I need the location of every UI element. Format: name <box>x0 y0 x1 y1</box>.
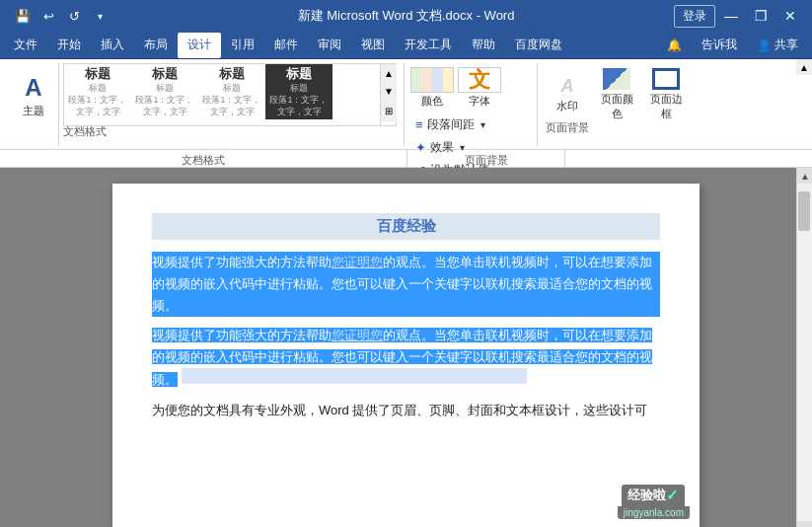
doc-paragraph-2[interactable]: 视频提供了功能强大的方法帮助您证明您的观点。当您单击联机视频时，可以在想要添加的… <box>152 325 660 391</box>
para-spacing-dropdown: ▾ <box>480 119 485 130</box>
style-thumb-3[interactable]: 标题 标题段落1：文字，文字，文字 <box>198 64 265 119</box>
menu-file[interactable]: 文件 <box>4 33 47 58</box>
style-thumb-1-title: 标题 <box>85 65 111 83</box>
colors-section: 颜色 <box>410 67 454 109</box>
window-title: 新建 Microsoft Word 文档.docx - Word <box>298 7 515 25</box>
gallery-scroll-expand[interactable]: ⊞ <box>381 100 397 121</box>
font-icon: 文 <box>469 65 490 95</box>
watermark-badge: 经验啦 ✓ jingyanla.com <box>618 485 690 519</box>
menu-right-section: 🔔 告诉我 👤 共享 <box>657 33 808 58</box>
style-thumb-4-sub: 标题段落1：文字，文字，文字 <box>268 83 330 117</box>
menu-developer[interactable]: 开发工具 <box>395 33 462 58</box>
style-thumb-2-sub: 标题段落1：文字，文字，文字 <box>134 83 195 117</box>
quick-access-toolbar: 💾 ↩ ↺ ▾ <box>12 5 111 27</box>
theme-icon: A <box>25 74 41 102</box>
share-icon: 👤 <box>757 38 772 52</box>
login-button[interactable]: 登录 <box>674 5 715 28</box>
menu-baidu[interactable]: 百度网盘 <box>505 33 572 58</box>
theme-label: 主题 <box>23 104 44 118</box>
gallery-scroll-up[interactable]: ▲ <box>381 64 397 82</box>
font-label: 字体 <box>469 94 490 109</box>
effects-btn[interactable]: ✦ 效果 ▾ <box>410 136 494 158</box>
doc-format-label: 文档格式 <box>63 122 107 141</box>
watermark-label: 水印 <box>556 99 578 113</box>
style-thumb-1-sub: 标题段落1：文字，文字，文字 <box>67 83 128 117</box>
menu-references[interactable]: 引用 <box>221 33 264 58</box>
page-bg-label: 页面背景 <box>546 118 589 137</box>
doc-link-1: 您证明您 <box>332 255 383 269</box>
document-area: ▲ ▼ 百度经验 视频提供了功能强大的方法帮助您证明您的观点。当您单击联机视频时… <box>0 168 812 527</box>
watermark-button[interactable]: A 水印 <box>546 67 589 122</box>
page-background-group: A 水印 页面颜色 页面边框 页面背景 <box>538 63 681 146</box>
right-scrollbar[interactable]: ▲ ▼ <box>796 168 812 527</box>
ribbon-group-labels-bar: 文档格式 页面背景 <box>0 150 812 168</box>
document-page: 百度经验 视频提供了功能强大的方法帮助您证明您的观点。当您单击联机视频时，可以在… <box>112 184 700 527</box>
style-thumb-2-title: 标题 <box>152 65 178 83</box>
doc-paragraph-1[interactable]: 视频提供了功能强大的方法帮助您证明您的观点。当您单击联机视频时，可以在想要添加的… <box>152 252 660 317</box>
colors-button[interactable] <box>410 67 454 93</box>
minimize-button[interactable]: — <box>717 2 745 30</box>
doc-format-group-label: 文档格式 <box>0 150 407 167</box>
menu-bar: 文件 开始 插入 布局 设计 引用 邮件 审阅 视图 开发工具 帮助 百度网盘 … <box>0 32 812 59</box>
menu-layout[interactable]: 布局 <box>134 33 178 58</box>
undo-button[interactable]: ↩ <box>37 5 59 27</box>
doc-para-2-highlight <box>182 368 527 384</box>
page-color-label: 页面颜色 <box>596 92 637 121</box>
scroll-down-button[interactable]: ▼ <box>797 521 812 527</box>
gallery-scroll: ▲ ▼ ⊞ <box>380 64 396 125</box>
scroll-up-button[interactable]: ▲ <box>797 168 812 184</box>
menu-design[interactable]: 设计 <box>178 33 221 58</box>
watermark-text: 经验啦 <box>627 487 666 504</box>
ribbon: A 主题 标题 标题段落1：文字，文字，文字 标题 标题段落1：文字，文字，文字 <box>0 59 812 150</box>
qa-dropdown-button[interactable]: ▾ <box>89 5 111 27</box>
title-bar: 💾 ↩ ↺ ▾ 新建 Microsoft Word 文档.docx - Word… <box>0 0 812 32</box>
menu-help[interactable]: 帮助 <box>462 33 505 58</box>
fonts-section: 文 字体 <box>458 67 501 109</box>
ribbon-labels-filler <box>565 150 812 167</box>
style-thumb-3-sub: 标题段落1：文字，文字，文字 <box>201 83 262 117</box>
style-thumb-1[interactable]: 标题 标题段落1：文字，文字，文字 <box>64 64 131 119</box>
menu-review[interactable]: 审阅 <box>308 33 351 58</box>
menu-notify-icon[interactable]: 🔔 <box>657 33 692 58</box>
save-button[interactable]: 💾 <box>12 5 34 27</box>
gallery-scroll-down[interactable]: ▼ <box>381 82 397 100</box>
doc-para-2-selected: 视频提供了功能强大的方法帮助您证明您的观点。当您单击联机视频时，可以在想要添加的… <box>152 328 652 364</box>
restore-button[interactable]: ❒ <box>747 2 775 30</box>
menu-tell-me[interactable]: 告诉我 <box>692 33 747 58</box>
watermark-icon: A <box>561 76 574 97</box>
effects-icon: ✦ <box>415 140 426 155</box>
page-border-icon <box>652 68 680 90</box>
style-thumb-2[interactable]: 标题 标题段落1：文字，文字，文字 <box>131 64 198 119</box>
doc-title: 百度经验 <box>152 213 660 240</box>
watermark-url: jingyanla.com <box>618 506 690 519</box>
watermark-checkmark: ✓ <box>666 487 679 504</box>
doc-paragraph-3[interactable]: 为便您的文档具有专业外观，Word 提供了页眉、页脚、封面和文本框设计，这些设计… <box>152 400 660 421</box>
menu-home[interactable]: 开始 <box>47 33 91 58</box>
page-color-button[interactable]: 页面颜色 <box>595 67 638 122</box>
para-spacing-btn[interactable]: ≡ 段落间距 ▾ <box>410 113 494 135</box>
effects-dropdown: ▾ <box>460 142 465 153</box>
ribbon-collapse-button[interactable]: ▲ <box>796 59 812 75</box>
page-border-button[interactable]: 页面边框 <box>644 67 688 122</box>
para-spacing-label: 段落间距 <box>427 116 475 133</box>
style-thumb-3-title: 标题 <box>219 65 245 83</box>
page-bg-buttons: A 水印 页面颜色 页面边框 <box>546 67 688 122</box>
title-bar-right: 登录 — ❒ ✕ <box>674 2 804 30</box>
menu-mail[interactable]: 邮件 <box>264 33 308 58</box>
redo-button[interactable]: ↺ <box>63 5 85 27</box>
scroll-track <box>797 184 812 521</box>
menu-insert[interactable]: 插入 <box>91 33 134 58</box>
doc-styles-group: 标题 标题段落1：文字，文字，文字 标题 标题段落1：文字，文字，文字 标题 标… <box>59 63 405 146</box>
theme-button[interactable]: A 主题 <box>10 63 57 122</box>
style-thumb-4[interactable]: 标题 标题段落1：文字，文字，文字 <box>265 64 332 119</box>
page-border-label: 页面边框 <box>645 92 687 121</box>
menu-view[interactable]: 视图 <box>351 33 395 58</box>
menu-share[interactable]: 👤 共享 <box>747 33 808 58</box>
scroll-thumb[interactable] <box>798 191 810 231</box>
color-label: 颜色 <box>421 94 443 109</box>
close-button[interactable]: ✕ <box>776 2 804 30</box>
page-color-icon <box>603 68 630 90</box>
doc-link-2: 您证明您 <box>332 328 383 342</box>
para-spacing-icon: ≡ <box>415 117 423 132</box>
fonts-button[interactable]: 文 <box>458 67 501 93</box>
